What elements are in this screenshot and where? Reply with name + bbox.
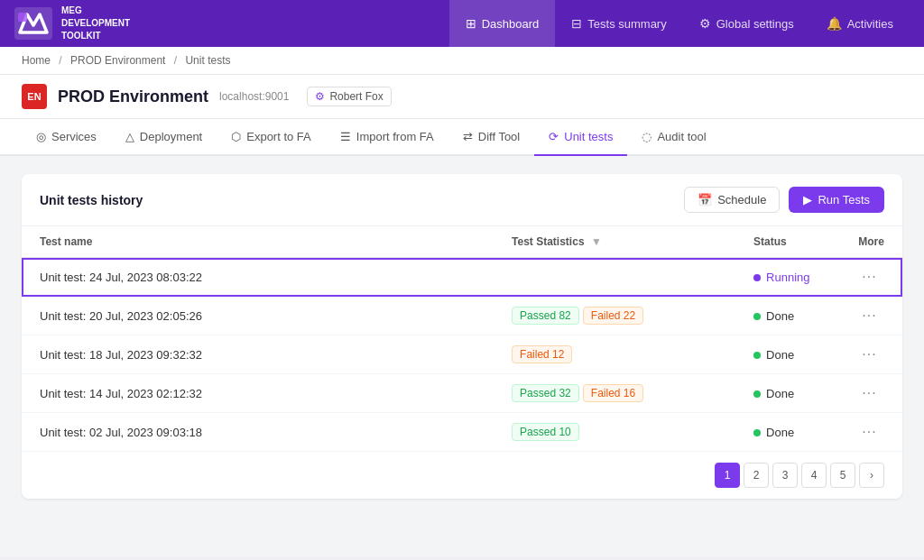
passed-badge: Passed 82 (512, 307, 579, 325)
status-dot (753, 274, 761, 281)
test-name-cell: Unit test: 02 Jul, 2023 09:03:18 (22, 413, 494, 452)
home-icon: ⊞ (466, 16, 476, 31)
page-5-button[interactable]: 5 (830, 463, 855, 488)
tab-unit-tests[interactable]: ⟳ Unit tests (534, 119, 627, 156)
tab-audit-tool[interactable]: ◌ Audit tool (627, 119, 720, 156)
diff-icon: ⇄ (463, 130, 473, 143)
bell-icon: 🔔 (827, 16, 842, 31)
table-row[interactable]: Unit test: 14 Jul, 2023 02:12:32Passed 3… (22, 374, 902, 413)
main-content: Unit tests history 📅 Schedule ▶ Run Test… (0, 156, 924, 556)
status-text: Running (766, 271, 809, 284)
more-button[interactable]: ··· (858, 383, 880, 403)
status-dot (753, 390, 761, 398)
stats-cell: Failed 12 (494, 335, 735, 374)
status-cell: Done (735, 374, 840, 413)
status-cell: Running (735, 258, 840, 297)
col-statistics: Test Statistics ▼ (494, 226, 735, 258)
panel-title: Unit tests history (40, 193, 143, 207)
status-dot (753, 429, 761, 436)
table-row[interactable]: Unit test: 02 Jul, 2023 09:03:18Passed 1… (22, 413, 902, 452)
table-body: Unit test: 24 Jul, 2023 08:03:22Running·… (22, 258, 902, 452)
failed-badge: Failed 22 (583, 307, 643, 325)
page-3-button[interactable]: 3 (772, 463, 798, 488)
stats-cell (494, 258, 735, 297)
tab-deployment[interactable]: △ Deployment (111, 119, 217, 156)
col-test-name: Test name (22, 226, 494, 258)
page-next-button[interactable]: › (859, 463, 884, 488)
stats-cell: Passed 10 (494, 413, 735, 452)
failed-badge: Failed 12 (512, 345, 572, 363)
breadcrumb: Home / PROD Environment / Unit tests (0, 47, 924, 75)
panel-actions: 📅 Schedule ▶ Run Tests (684, 187, 884, 213)
logo-icon (14, 7, 52, 40)
status-cell: Done (735, 335, 840, 374)
more-cell: ··· (840, 413, 902, 452)
deployment-icon: △ (125, 130, 134, 143)
env-badge: EN (22, 84, 47, 109)
page-4-button[interactable]: 4 (801, 463, 827, 488)
status-cell: Done (735, 413, 840, 452)
table-row[interactable]: Unit test: 20 Jul, 2023 02:05:26Passed 8… (22, 297, 902, 335)
more-cell: ··· (840, 374, 902, 413)
logo-area: MEG DEVELOPMENT TOOLKIT (14, 5, 130, 42)
stats-cell: Passed 32Failed 16 (494, 374, 735, 413)
filter-icon[interactable]: ▼ (591, 235, 602, 248)
more-cell: ··· (840, 258, 902, 297)
col-more: More (840, 226, 902, 258)
schedule-button[interactable]: 📅 Schedule (684, 187, 780, 213)
passed-badge: Passed 32 (512, 384, 579, 402)
audit-icon: ◌ (642, 130, 651, 143)
test-name-cell: Unit test: 14 Jul, 2023 02:12:32 (22, 374, 494, 413)
play-icon: ▶ (803, 193, 812, 207)
breadcrumb-current: Unit tests (185, 54, 230, 67)
unit-tests-panel: Unit tests history 📅 Schedule ▶ Run Test… (22, 174, 902, 499)
tab-services[interactable]: ◎ Services (22, 119, 111, 156)
status-text: Done (766, 426, 794, 439)
panel-header: Unit tests history 📅 Schedule ▶ Run Test… (22, 174, 902, 226)
table-row[interactable]: Unit test: 18 Jul, 2023 09:32:32Failed 1… (22, 335, 902, 374)
nav-global-settings[interactable]: ⚙ Global settings (683, 0, 810, 47)
gear-icon: ⚙ (699, 16, 711, 31)
more-button[interactable]: ··· (858, 267, 880, 287)
breadcrumb-home[interactable]: Home (22, 54, 51, 67)
page-1-button[interactable]: 1 (715, 463, 740, 488)
env-user[interactable]: ⚙ Robert Fox (307, 87, 391, 106)
calendar-icon: 📅 (698, 193, 712, 207)
status-dot (753, 313, 761, 320)
col-status: Status (735, 226, 840, 258)
top-navigation: MEG DEVELOPMENT TOOLKIT ⊞ Dashboard ⊟ Te… (0, 0, 924, 47)
nav-tests-summary[interactable]: ⊟ Tests summary (555, 0, 682, 47)
unit-tests-table: Test name Test Statistics ▼ Status More … (22, 226, 902, 452)
status-dot (753, 352, 761, 359)
status-cell: Done (735, 297, 840, 335)
user-icon: ⚙ (315, 90, 325, 103)
svg-rect-2 (18, 13, 27, 22)
status-text: Done (766, 348, 794, 362)
stats-cell: Passed 82Failed 22 (494, 297, 735, 335)
tab-export-fa[interactable]: ⬡ Export to FA (217, 119, 326, 156)
more-cell: ··· (840, 297, 902, 335)
env-name: PROD Environment (58, 87, 208, 106)
tab-diff-tool[interactable]: ⇄ Diff Tool (448, 119, 535, 156)
import-icon: ☰ (340, 130, 351, 143)
page-2-button[interactable]: 2 (744, 463, 769, 488)
more-button[interactable]: ··· (858, 306, 880, 326)
services-icon: ◎ (36, 130, 46, 143)
breadcrumb-env[interactable]: PROD Environment (70, 54, 165, 67)
tests-icon: ⊟ (571, 16, 582, 31)
more-button[interactable]: ··· (858, 344, 880, 364)
env-header: EN PROD Environment localhost:9001 ⚙ Rob… (0, 75, 924, 119)
env-host: localhost:9001 (219, 90, 289, 103)
status-text: Done (766, 387, 794, 400)
run-tests-button[interactable]: ▶ Run Tests (789, 187, 884, 213)
unit-tests-icon: ⟳ (549, 130, 559, 143)
more-cell: ··· (840, 335, 902, 374)
tabs-bar: ◎ Services △ Deployment ⬡ Export to FA ☰… (0, 119, 924, 156)
passed-badge: Passed 10 (512, 423, 579, 441)
table-row[interactable]: Unit test: 24 Jul, 2023 08:03:22Running·… (22, 258, 902, 297)
nav-activities[interactable]: 🔔 Activities (810, 0, 910, 47)
nav-dashboard[interactable]: ⊞ Dashboard (449, 0, 556, 47)
tab-import-fa[interactable]: ☰ Import from FA (326, 119, 448, 156)
test-name-cell: Unit test: 20 Jul, 2023 02:05:26 (22, 297, 494, 335)
more-button[interactable]: ··· (858, 422, 880, 442)
